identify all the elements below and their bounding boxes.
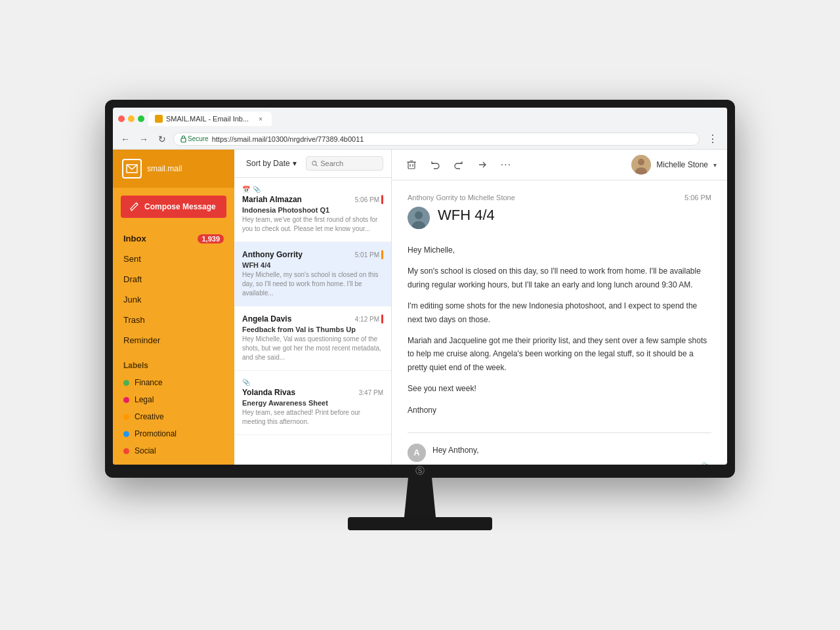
tab-title: SMAIL.MAIL - Email Inb... (166, 115, 249, 123)
url-text: https://smail.mail/10300/nrgdrive/77389.… (212, 135, 364, 143)
nav-item-sent[interactable]: Sent (113, 249, 234, 269)
nav-list: Inbox 1,939 Sent Draft Junk (113, 226, 234, 353)
trash-icon (406, 159, 417, 170)
main-toolbar: ··· Michelle Stone (392, 150, 727, 180)
email-item-4[interactable]: 📎 Yolanda Rivas 3:47 PM Energy Awareness… (234, 371, 391, 435)
reply-section: A Hey Anthony, Family first! Make sure y… (408, 432, 711, 465)
sort-button[interactable]: Sort by Date ▾ (242, 156, 301, 171)
svg-point-9 (638, 159, 644, 165)
email-sender-1: Mariah Almazan (242, 195, 302, 204)
email-preview-4: Hey team, see attached! Print before our… (242, 408, 383, 427)
minimize-button[interactable] (128, 116, 135, 122)
redo-icon (453, 159, 464, 170)
email-body: Hey Michelle, My son's school is closed … (408, 243, 711, 417)
address-bar[interactable]: Secure https://smail.mail/10300/nrgdrive… (173, 133, 700, 146)
promotional-dot (123, 431, 129, 437)
legal-dot (123, 397, 129, 403)
email-subject-2: WFH 4/4 (242, 261, 383, 269)
label-finance[interactable]: Finance (113, 374, 234, 391)
forward-email-button[interactable] (473, 156, 492, 174)
label-creative[interactable]: Creative (113, 408, 234, 425)
nav-item-reminder[interactable]: Reminder (113, 330, 234, 350)
user-name: Michelle Stone (656, 160, 708, 169)
priority-bar-2 (381, 250, 383, 259)
back-button[interactable]: ← (118, 132, 133, 146)
attachment-icon-4: 📎 (242, 379, 250, 386)
user-chevron-icon: ▾ (713, 161, 717, 169)
forward-icon (477, 159, 488, 170)
email-detail-title: WFH 4/4 (438, 207, 495, 224)
svg-rect-0 (181, 138, 186, 142)
label-social[interactable]: Social (113, 442, 234, 459)
email-list-toolbar: Sort by Date ▾ (234, 150, 391, 178)
email-items: 📅 📎 Mariah Almazan 5:06 PM Indonesia (234, 178, 391, 465)
email-from-to: Anthony Gorrity to Michelle Stone (408, 194, 515, 201)
nav-item-inbox[interactable]: Inbox 1,939 (113, 228, 234, 249)
email-sender-3: Angela Davis (242, 314, 291, 324)
email-time-2: 5:01 PM (355, 250, 383, 259)
tab-favicon (155, 115, 163, 123)
email-item-3[interactable]: Angela Davis 4:12 PM Feedback from Val i… (234, 306, 391, 371)
label-legal[interactable]: Legal (113, 391, 234, 408)
email-preview-3: Hey Michelle, Val was questioning some o… (242, 335, 383, 362)
priority-bar-3 (381, 314, 383, 324)
email-subject-1: Indonesia Photoshoot Q1 (242, 206, 383, 214)
email-time-3: 4:12 PM (355, 314, 383, 324)
email-detail: Anthony Gorrity to Michelle Stone 5:06 P… (392, 180, 727, 465)
email-preview-2: Hey Michelle, my son's school is closed … (242, 270, 383, 298)
email-subject-4: Energy Awareness Sheet (242, 399, 383, 407)
forward-button[interactable]: → (136, 132, 151, 146)
sidebar: smail.mail Compose Message Inbox 1,939 (113, 150, 234, 465)
email-item-1[interactable]: 📅 📎 Mariah Almazan 5:06 PM Indonesia (234, 178, 391, 242)
reply-attachment-icon: 📎 (702, 462, 711, 465)
email-item-2[interactable]: Anthony Gorrity 5:01 PM WFH 4/4 Hey Mich… (234, 242, 391, 306)
undo-button[interactable] (426, 156, 444, 174)
label-promotional[interactable]: Promotional (113, 425, 234, 442)
email-preview-1: Hey team, we've got the first round of s… (242, 215, 383, 234)
email-sender-4: Yolanda Rivas (242, 388, 295, 397)
sidebar-logo: smail.mail (113, 150, 234, 188)
labels-heading: Labels (113, 353, 234, 374)
svg-rect-3 (408, 162, 415, 169)
email-sender-2: Anthony Gorrity (242, 250, 303, 259)
search-box (306, 156, 383, 171)
reply-body: Hey Anthony, Family first! Make sure you… (432, 444, 694, 465)
email-time-1: 5:06 PM (355, 195, 383, 204)
finance-dot (123, 380, 129, 386)
search-icon (312, 160, 318, 167)
redo-button[interactable] (450, 156, 468, 174)
search-input[interactable] (320, 159, 377, 167)
attachment-icon: 📎 (253, 186, 261, 193)
nav-item-draft[interactable]: Draft (113, 269, 234, 289)
secure-badge: Secure (180, 135, 209, 142)
browser-tab[interactable]: SMAIL.MAIL - Email Inb... × (148, 112, 272, 126)
creative-dot (123, 414, 129, 420)
logo-text: smail.mail (147, 164, 182, 173)
delete-button[interactable] (402, 156, 421, 174)
user-avatar (631, 155, 651, 175)
email-list-panel: Sort by Date ▾ (234, 150, 392, 465)
more-icon: ··· (501, 159, 511, 171)
tab-close-button[interactable]: × (256, 114, 265, 123)
user-menu[interactable]: Michelle Stone ▾ (631, 155, 717, 175)
priority-bar-1 (381, 195, 383, 204)
compose-button[interactable]: Compose Message (121, 196, 226, 218)
svg-line-2 (316, 165, 317, 166)
nav-item-junk[interactable]: Junk (113, 289, 234, 310)
main-content: ··· Michelle Stone (392, 150, 727, 465)
nav-item-trash[interactable]: Trash (113, 310, 234, 330)
email-time-4: 3:47 PM (359, 389, 383, 396)
sender-avatar (408, 207, 430, 229)
refresh-button[interactable]: ↻ (155, 132, 169, 146)
maximize-button[interactable] (138, 116, 144, 122)
social-dot (123, 448, 129, 454)
email-detail-time: 5:06 PM (684, 194, 711, 201)
reply-avatar: A (408, 444, 426, 462)
close-button[interactable] (118, 116, 125, 122)
hp-logo: Ⓢ (415, 465, 425, 477)
more-options-button[interactable]: ··· (497, 156, 515, 174)
email-subject-3: Feedback from Val is Thumbs Up (242, 326, 383, 333)
calendar-icon: 📅 (242, 186, 250, 193)
browser-menu-button[interactable]: ⋮ (704, 131, 722, 146)
undo-icon (430, 159, 440, 170)
